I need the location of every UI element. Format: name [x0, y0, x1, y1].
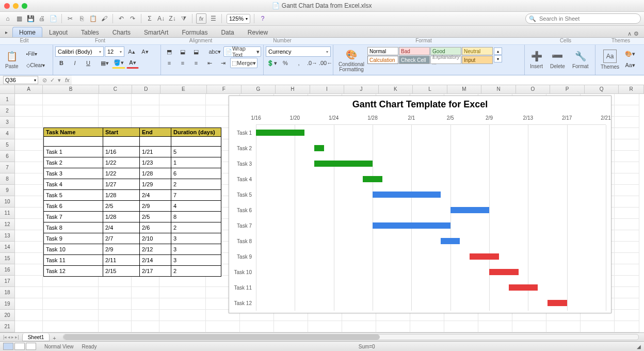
row-header[interactable]: 9 [0, 185, 15, 196]
cut-icon[interactable]: ✂ [66, 14, 75, 23]
settings-gear-icon[interactable]: ⚙ [634, 30, 639, 37]
tab-charts[interactable]: Charts [106, 27, 137, 37]
col-header-K[interactable]: K [379, 85, 413, 93]
style-check[interactable]: Check Cell [399, 56, 430, 64]
redo-icon[interactable]: ↷ [128, 14, 137, 23]
copy-icon[interactable]: ⎘ [77, 14, 86, 23]
align-bottom-icon[interactable]: ⬓ [190, 46, 202, 57]
currency-icon[interactable]: 💲▾ [266, 58, 278, 68]
sheet-prev-icon[interactable]: ◂ [8, 334, 10, 340]
tab-smartart[interactable]: SmartArt [137, 27, 175, 37]
table-row[interactable]: Task 51/282/47 [44, 190, 221, 201]
style-calculation[interactable]: Calculation [367, 56, 398, 64]
align-left-icon[interactable]: ≡ [163, 58, 175, 68]
view-switcher[interactable] [3, 343, 36, 350]
number-format-select[interactable]: Currency [266, 46, 331, 57]
chart-bar[interactable] [489, 269, 519, 275]
style-input[interactable]: Input [462, 56, 493, 64]
col-header-Q[interactable]: Q [585, 85, 619, 93]
cell-styles-gallery[interactable]: Normal Bad Good Neutral Calculation Chec… [367, 46, 493, 64]
bold-button[interactable]: B [55, 58, 68, 68]
page-icon[interactable]: 📄 [49, 14, 58, 23]
clear-button[interactable]: ◇ Clear ▾ [24, 60, 54, 70]
fill-button[interactable]: ▪ Fill ▾ [24, 49, 54, 59]
underline-button[interactable]: U [82, 58, 94, 68]
fill-color-button[interactable]: 🪣▾ [112, 57, 125, 69]
align-center-icon[interactable]: ≡ [176, 58, 189, 68]
paste-button[interactable]: 📋Paste [2, 45, 22, 74]
sort-desc-icon[interactable]: Z↓ [168, 14, 177, 23]
sheet-last-icon[interactable]: ▸| [15, 334, 19, 340]
tab-review[interactable]: Review [241, 27, 275, 37]
col-header-L[interactable]: L [413, 85, 447, 93]
delete-cells-button[interactable]: ➖Delete [547, 45, 568, 74]
row-header[interactable]: 1 [0, 94, 15, 105]
wrap-text-button[interactable]: 📄 Wrap Text ▾ [223, 46, 261, 57]
align-middle-icon[interactable]: ⬓ [176, 46, 189, 57]
row-header[interactable]: 20 [0, 310, 15, 321]
table-row[interactable]: Task 102/92/123 [44, 244, 221, 255]
border-button[interactable]: ▦▾ [99, 58, 111, 68]
undo-icon[interactable]: ↶ [117, 14, 126, 23]
style-normal[interactable]: Normal [367, 47, 398, 55]
gantt-chart[interactable]: Gantt Chart Template for Excel 1/161/201… [229, 95, 611, 313]
col-header-J[interactable]: J [344, 85, 379, 93]
confirm-edit-icon[interactable]: ✓ [50, 77, 55, 84]
formula-input[interactable] [72, 75, 644, 85]
zoom-select[interactable]: 125%▾ [227, 14, 250, 24]
cancel-edit-icon[interactable]: ⊘ [42, 77, 47, 84]
align-top-icon[interactable]: ⬒ [163, 46, 175, 57]
recent-fn-icon[interactable]: ▾ [58, 77, 61, 84]
chart-bar[interactable] [509, 284, 538, 291]
col-header-R[interactable]: R [619, 85, 644, 93]
grid-icon[interactable]: ▦ [14, 14, 24, 23]
row-header[interactable]: 13 [0, 230, 15, 242]
search-box[interactable]: 🔍 [525, 13, 641, 24]
comma-icon[interactable]: , [293, 58, 305, 68]
table-row[interactable]: Task 112/112/143 [44, 255, 221, 266]
chart-bar[interactable] [363, 176, 382, 182]
merge-button[interactable]: ⬚ Merge ▾ [230, 58, 257, 68]
percent-icon[interactable]: % [279, 58, 292, 68]
search-input[interactable] [538, 15, 637, 22]
tab-layout[interactable]: Layout [42, 27, 74, 37]
align-right-icon[interactable]: ≡ [190, 58, 202, 68]
page-break-view-icon[interactable] [26, 343, 36, 350]
theme-colors-icon[interactable]: 🎨▾ [623, 49, 637, 59]
help-icon[interactable]: ? [258, 14, 267, 23]
style-bad[interactable]: Bad [399, 47, 430, 55]
sort-asc-icon[interactable]: A↓ [156, 14, 166, 23]
row-header[interactable]: 16 [0, 264, 15, 276]
format-cells-button[interactable]: 🔧Format [569, 45, 592, 74]
tab-home[interactable]: Home [12, 27, 42, 37]
chart-bar[interactable] [314, 145, 324, 151]
chart-bar[interactable] [373, 192, 441, 198]
col-header-F[interactable]: F [207, 85, 242, 93]
chart-bar[interactable] [470, 253, 499, 260]
style-neutral[interactable]: Neutral [462, 47, 493, 55]
col-header-N[interactable]: N [481, 85, 516, 93]
increase-font-icon[interactable]: A▴ [125, 46, 138, 57]
italic-button[interactable]: I [69, 58, 81, 68]
col-header-G[interactable]: G [242, 85, 276, 93]
style-next-icon[interactable]: ▾ [494, 55, 502, 62]
row-header[interactable]: 7 [0, 162, 15, 173]
table-row[interactable]: Task 92/72/103 [44, 233, 221, 244]
themes-button[interactable]: AaThemes [598, 45, 622, 74]
horizontal-scrollbar[interactable] [63, 334, 639, 340]
col-header-O[interactable]: O [516, 85, 551, 93]
theme-fonts-icon[interactable]: Aa▾ [623, 60, 637, 70]
col-header-E[interactable]: E [160, 85, 207, 93]
tab-data[interactable]: Data [214, 27, 240, 37]
style-explanatory[interactable]: Explanatory ... [430, 56, 461, 64]
print-icon[interactable]: 🖨 [37, 14, 46, 23]
row-header[interactable]: 4 [0, 128, 15, 139]
chart-bar[interactable] [373, 222, 450, 229]
col-header-M[interactable]: M [447, 85, 482, 93]
chart-bar[interactable] [450, 207, 489, 213]
insert-cells-button[interactable]: ➕Insert [527, 45, 546, 74]
table-row[interactable]: Task 62/52/94 [44, 201, 221, 212]
row-header[interactable]: 3 [0, 117, 15, 128]
table-row[interactable]: Task 31/221/286 [44, 168, 221, 179]
table-row[interactable]: Task 41/271/292 [44, 179, 221, 190]
